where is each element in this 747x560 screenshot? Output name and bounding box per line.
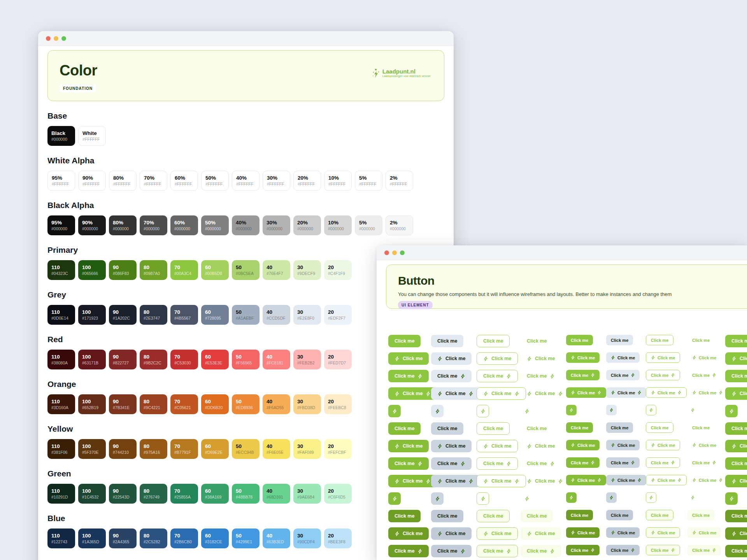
click-me-button[interactable]: Click me xyxy=(687,527,721,538)
click-me-button[interactable]: Click me xyxy=(388,335,421,347)
click-me-button[interactable]: Click me xyxy=(431,387,480,400)
click-me-button[interactable]: Click me xyxy=(687,370,721,380)
click-me-button[interactable]: Click me xyxy=(521,527,561,540)
click-me-button[interactable]: Click me xyxy=(477,457,518,470)
click-me-button[interactable]: Click me xyxy=(521,545,561,557)
click-me-button[interactable]: Click me xyxy=(606,440,640,450)
click-me-button[interactable]: Click me xyxy=(646,440,680,450)
click-me-button[interactable] xyxy=(606,492,617,503)
click-me-button[interactable]: Click me xyxy=(431,422,463,435)
click-me-button[interactable]: Click me xyxy=(477,352,518,365)
click-me-button[interactable]: Click me xyxy=(725,545,747,557)
click-me-button[interactable] xyxy=(646,492,656,503)
click-me-button[interactable]: Click me xyxy=(687,475,728,485)
click-me-button[interactable]: Click me xyxy=(431,335,463,347)
click-me-button[interactable]: Click me xyxy=(687,545,721,555)
click-me-button[interactable] xyxy=(388,492,401,505)
maximize-button[interactable] xyxy=(400,250,405,255)
click-me-button[interactable]: Click me xyxy=(431,545,472,557)
click-me-button[interactable] xyxy=(566,405,577,415)
click-me-button[interactable]: Click me xyxy=(646,335,673,345)
click-me-button[interactable]: Click me xyxy=(725,387,747,400)
click-me-button[interactable]: Click me xyxy=(687,510,714,520)
click-me-button[interactable] xyxy=(521,405,533,417)
click-me-button[interactable]: Click me xyxy=(431,370,472,382)
click-me-button[interactable] xyxy=(431,492,444,505)
click-me-button[interactable]: Click me xyxy=(606,387,646,398)
click-me-button[interactable]: Click me xyxy=(606,422,633,433)
click-me-button[interactable]: Click me xyxy=(646,457,680,468)
click-me-button[interactable]: Click me xyxy=(521,370,561,382)
click-me-button[interactable] xyxy=(646,405,656,415)
click-me-button[interactable] xyxy=(725,405,738,417)
click-me-button[interactable]: Click me xyxy=(566,370,600,380)
click-me-button[interactable] xyxy=(687,492,698,503)
click-me-button[interactable]: Click me xyxy=(566,422,593,433)
click-me-button[interactable]: Click me xyxy=(521,352,561,365)
click-me-button[interactable]: Click me xyxy=(566,527,600,538)
click-me-button[interactable] xyxy=(521,492,533,505)
click-me-button[interactable]: Click me xyxy=(646,370,680,380)
click-me-button[interactable]: Click me xyxy=(477,510,510,522)
click-me-button[interactable] xyxy=(725,492,738,505)
click-me-button[interactable]: Click me xyxy=(431,457,472,470)
click-me-button[interactable]: Click me xyxy=(477,440,518,452)
click-me-button[interactable]: Click me xyxy=(725,475,747,487)
click-me-button[interactable]: Click me xyxy=(646,475,687,485)
click-me-button[interactable]: Click me xyxy=(477,387,526,400)
click-me-button[interactable] xyxy=(431,405,444,417)
click-me-button[interactable]: Click me xyxy=(687,422,714,433)
click-me-button[interactable]: Click me xyxy=(477,545,518,557)
click-me-button[interactable]: Click me xyxy=(477,422,510,435)
click-me-button[interactable]: Click me xyxy=(477,475,526,487)
click-me-button[interactable] xyxy=(477,492,489,505)
click-me-button[interactable]: Click me xyxy=(388,370,429,382)
click-me-button[interactable] xyxy=(388,405,401,417)
click-me-button[interactable]: Click me xyxy=(431,527,472,540)
click-me-button[interactable]: Click me xyxy=(687,352,721,363)
click-me-button[interactable] xyxy=(687,405,698,415)
click-me-button[interactable]: Click me xyxy=(725,457,747,470)
click-me-button[interactable]: Click me xyxy=(388,422,421,435)
click-me-button[interactable]: Click me xyxy=(388,475,437,487)
close-button[interactable] xyxy=(384,250,389,255)
click-me-button[interactable]: Click me xyxy=(566,457,600,468)
minimize-button[interactable] xyxy=(54,36,58,41)
click-me-button[interactable]: Click me xyxy=(606,510,633,520)
click-me-button[interactable]: Click me xyxy=(646,545,680,555)
click-me-button[interactable]: Click me xyxy=(431,475,480,487)
maximize-button[interactable] xyxy=(61,36,66,41)
click-me-button[interactable]: Click me xyxy=(687,387,728,398)
click-me-button[interactable]: Click me xyxy=(566,510,593,520)
click-me-button[interactable]: Click me xyxy=(388,352,429,365)
click-me-button[interactable]: Click me xyxy=(521,457,561,470)
click-me-button[interactable]: Click me xyxy=(725,370,747,382)
click-me-button[interactable]: Click me xyxy=(477,527,518,540)
click-me-button[interactable]: Click me xyxy=(388,440,429,452)
click-me-button[interactable]: Click me xyxy=(606,335,633,345)
click-me-button[interactable]: Click me xyxy=(388,457,429,470)
click-me-button[interactable]: Click me xyxy=(477,335,510,347)
click-me-button[interactable]: Click me xyxy=(521,440,561,452)
click-me-button[interactable]: Click me xyxy=(725,510,747,522)
click-me-button[interactable]: Click me xyxy=(646,352,680,363)
click-me-button[interactable] xyxy=(606,405,617,415)
click-me-button[interactable]: Click me xyxy=(646,387,687,398)
click-me-button[interactable]: Click me xyxy=(388,545,429,557)
click-me-button[interactable]: Click me xyxy=(431,440,472,452)
click-me-button[interactable]: Click me xyxy=(725,352,747,365)
click-me-button[interactable]: Click me xyxy=(566,335,593,345)
click-me-button[interactable]: Click me xyxy=(566,475,606,485)
click-me-button[interactable]: Click me xyxy=(431,352,472,365)
click-me-button[interactable]: Click me xyxy=(566,387,606,398)
click-me-button[interactable]: Click me xyxy=(606,527,640,538)
click-me-button[interactable]: Click me xyxy=(646,422,673,433)
click-me-button[interactable]: Click me xyxy=(725,422,747,435)
click-me-button[interactable]: Click me xyxy=(521,422,553,435)
click-me-button[interactable]: Click me xyxy=(606,370,640,380)
click-me-button[interactable]: Click me xyxy=(477,370,518,382)
click-me-button[interactable]: Click me xyxy=(388,510,421,522)
click-me-button[interactable]: Click me xyxy=(521,510,553,522)
click-me-button[interactable]: Click me xyxy=(606,545,640,555)
click-me-button[interactable]: Click me xyxy=(646,527,680,538)
